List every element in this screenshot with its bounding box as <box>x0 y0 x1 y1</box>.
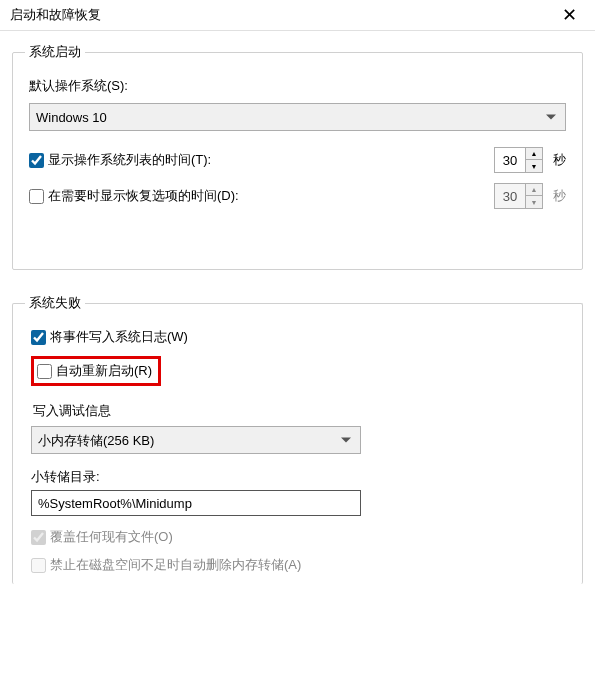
seconds-unit-disabled: 秒 <box>553 187 566 205</box>
show-os-list-checkbox[interactable] <box>29 153 44 168</box>
system-startup-group: 系统启动 默认操作系统(S): Windows 10 显示操作系统列表的时间(T… <box>12 43 583 270</box>
auto-restart-label-wrap[interactable]: 自动重新启动(R) <box>37 362 152 380</box>
show-os-list-row: 显示操作系统列表的时间(T): ▲ ▼ 秒 <box>29 147 566 173</box>
system-startup-legend: 系统启动 <box>25 43 85 61</box>
spinner-buttons: ▲ ▼ <box>525 148 542 172</box>
show-os-list-seconds-spinner[interactable]: ▲ ▼ <box>494 147 543 173</box>
show-recovery-seconds-input <box>495 189 525 204</box>
show-recovery-seconds-spinner: ▲ ▼ <box>494 183 543 209</box>
show-recovery-label-wrap[interactable]: 在需要时显示恢复选项的时间(D): <box>29 187 494 205</box>
dump-type-select[interactable]: 小内存转储(256 KB) <box>31 426 361 454</box>
write-event-label: 将事件写入系统日志(W) <box>50 328 188 346</box>
dialog-content: 系统启动 默认操作系统(S): Windows 10 显示操作系统列表的时间(T… <box>0 31 595 620</box>
overwrite-row: 覆盖任何现有文件(O) <box>31 528 566 546</box>
dump-dir-input[interactable] <box>31 490 361 516</box>
auto-restart-highlight: 自动重新启动(R) <box>31 356 161 386</box>
show-recovery-label: 在需要时显示恢复选项的时间(D): <box>48 187 239 205</box>
system-failure-group: 系统失败 将事件写入系统日志(W) 自动重新启动(R) 写入调试信息 小内存转储… <box>12 294 583 584</box>
seconds-unit: 秒 <box>553 151 566 169</box>
dialog-title: 启动和故障恢复 <box>10 6 101 24</box>
show-recovery-checkbox[interactable] <box>29 189 44 204</box>
spinner-up-icon[interactable]: ▲ <box>526 148 542 160</box>
titlebar: 启动和故障恢复 ✕ <box>0 0 595 31</box>
spinner-up-icon: ▲ <box>526 184 542 196</box>
overwrite-label-wrap: 覆盖任何现有文件(O) <box>31 528 173 546</box>
show-os-list-label-wrap[interactable]: 显示操作系统列表的时间(T): <box>29 151 494 169</box>
default-os-label: 默认操作系统(S): <box>29 77 566 95</box>
system-failure-legend: 系统失败 <box>25 294 85 312</box>
dump-type-select-wrap: 小内存转储(256 KB) <box>31 426 361 454</box>
overwrite-checkbox <box>31 530 46 545</box>
dump-dir-label: 小转储目录: <box>31 468 566 486</box>
auto-restart-checkbox[interactable] <box>37 364 52 379</box>
disable-low-disk-label: 禁止在磁盘空间不足时自动删除内存转储(A) <box>50 556 301 574</box>
write-event-row: 将事件写入系统日志(W) <box>31 328 566 346</box>
write-event-label-wrap[interactable]: 将事件写入系统日志(W) <box>31 328 188 346</box>
default-os-select-wrap: Windows 10 <box>29 103 566 131</box>
debug-info-label: 写入调试信息 <box>33 402 566 420</box>
auto-restart-label: 自动重新启动(R) <box>56 362 152 380</box>
spinner-down-icon: ▼ <box>526 196 542 208</box>
show-recovery-row: 在需要时显示恢复选项的时间(D): ▲ ▼ 秒 <box>29 183 566 209</box>
spinner-down-icon[interactable]: ▼ <box>526 160 542 172</box>
show-os-list-label: 显示操作系统列表的时间(T): <box>48 151 211 169</box>
disable-low-disk-row: 禁止在磁盘空间不足时自动删除内存转储(A) <box>31 556 566 574</box>
disable-low-disk-checkbox <box>31 558 46 573</box>
close-icon[interactable]: ✕ <box>551 6 587 24</box>
spinner-buttons: ▲ ▼ <box>525 184 542 208</box>
show-os-list-seconds-input[interactable] <box>495 153 525 168</box>
disable-low-disk-label-wrap: 禁止在磁盘空间不足时自动删除内存转储(A) <box>31 556 301 574</box>
overwrite-label: 覆盖任何现有文件(O) <box>50 528 173 546</box>
default-os-select[interactable]: Windows 10 <box>29 103 566 131</box>
write-event-checkbox[interactable] <box>31 330 46 345</box>
